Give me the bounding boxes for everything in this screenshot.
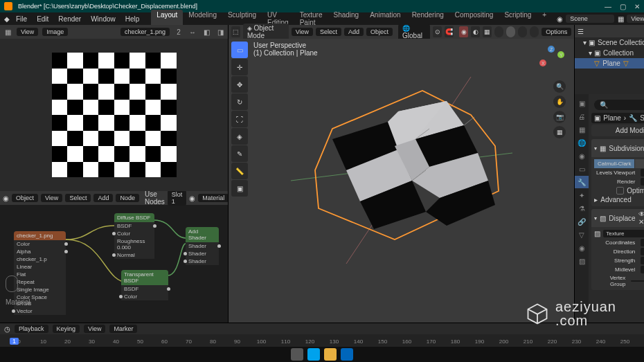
menu-render[interactable]: Render xyxy=(55,14,84,24)
prop-search[interactable]: 🔍 xyxy=(594,100,644,110)
tool-transform-icon[interactable]: ◈ xyxy=(231,128,248,145)
shading-rendered[interactable] xyxy=(530,26,539,37)
vp-orient[interactable]: 🌐 Global xyxy=(398,24,430,40)
proptab-constraint-icon[interactable]: 🔗 xyxy=(575,215,589,228)
taskbar-explorer-icon[interactable] xyxy=(324,348,337,361)
vp-select[interactable]: Select xyxy=(316,28,341,36)
menu-help[interactable]: Help xyxy=(122,14,143,24)
axis-y[interactable]: Y xyxy=(557,51,564,58)
displace-texture[interactable]: Texture xyxy=(603,230,644,237)
vp-gizmo-icon[interactable]: ◉ xyxy=(459,26,468,37)
node-mode[interactable]: Object xyxy=(12,194,38,202)
imgedit-view[interactable]: View xyxy=(17,28,38,36)
vp-object[interactable]: Object xyxy=(366,28,393,36)
tool-addcube-icon[interactable]: ▣ xyxy=(231,180,248,197)
nav-camera-icon[interactable]: 📷 xyxy=(553,111,566,123)
vp-overlay-icon[interactable]: ◐ xyxy=(471,26,480,37)
add-modifier-button[interactable]: Add Modifier xyxy=(591,125,644,136)
displace-vgroup[interactable] xyxy=(631,280,644,282)
outliner-plane[interactable]: ▽Plane▽👁 xyxy=(575,58,644,69)
displace-midlevel[interactable]: 0.500 xyxy=(641,266,644,273)
shading-solid[interactable] xyxy=(506,26,515,37)
menu-edit[interactable]: Edit xyxy=(33,14,52,24)
tool-select-icon[interactable]: ▭ xyxy=(231,42,248,58)
subdiv-simple[interactable]: Simple xyxy=(635,159,644,168)
subdiv-render-levels[interactable]: 3 xyxy=(641,178,644,185)
optimal-display-checkbox[interactable] xyxy=(616,187,624,194)
node-graph[interactable]: checker_1.png Color Alpha checker_1.p Li… xyxy=(0,205,228,309)
subdiv-catmull[interactable]: Catmull-Clark xyxy=(594,159,634,168)
tl-view[interactable]: View xyxy=(84,325,105,333)
tool-measure-icon[interactable]: 📏 xyxy=(231,163,248,179)
subdiv-advanced[interactable]: Advanced xyxy=(600,196,631,203)
proptab-object-icon[interactable]: ▭ xyxy=(575,163,589,175)
img-btn-3[interactable]: ◧ xyxy=(202,27,211,37)
node-node[interactable]: Node xyxy=(116,194,139,202)
tool-move-icon[interactable]: ✥ xyxy=(231,76,248,93)
tl-playback[interactable]: Playback xyxy=(15,325,48,333)
vp-snap-icon[interactable]: 🧲 xyxy=(445,26,454,37)
vp-pivot-icon[interactable]: ⊙ xyxy=(433,26,442,37)
nav-persp-icon[interactable]: ▦ xyxy=(553,126,566,138)
vp-xray-icon[interactable]: ▦ xyxy=(483,26,492,37)
outliner-type-icon[interactable]: ☰ xyxy=(578,28,584,35)
img-btn-2[interactable]: ↔ xyxy=(188,27,197,37)
proptab-material-icon[interactable]: ◉ xyxy=(575,242,589,254)
displace-coords[interactable]: Local xyxy=(641,239,644,246)
vp-view[interactable]: View xyxy=(292,28,313,36)
proptab-physics-icon[interactable]: ⚗ xyxy=(575,202,589,215)
proptab-particle-icon[interactable]: ✦ xyxy=(575,189,589,201)
orientation-gizmo[interactable]: X Y Z xyxy=(539,46,567,73)
taskbar-app-4[interactable] xyxy=(341,348,353,361)
outliner-scene-collection[interactable]: ▾ ▣Scene Collection xyxy=(575,37,644,48)
node-add-shader[interactable]: Add Shader Shader Shader Shader xyxy=(186,227,219,265)
img-btn-4[interactable]: ◨ xyxy=(215,27,225,37)
node-view[interactable]: View xyxy=(41,194,62,202)
shading-matprev[interactable] xyxy=(518,26,527,37)
node-diffuse-bsdf[interactable]: Diffuse BSDF BSDF Color Roughness 0.000 … xyxy=(114,213,154,259)
proptab-modifier-icon[interactable]: 🔧 xyxy=(575,176,589,188)
node-add[interactable]: Add xyxy=(93,194,113,202)
outliner-collection[interactable]: ▾ ▣Collection☑ 👁 xyxy=(575,48,644,58)
3d-view[interactable]: ▭ ✛ ✥ ↻ ⛶ ◈ ✎ 📏 ▣ User Perspective (1) C… xyxy=(229,39,574,323)
taskbar-app-1[interactable] xyxy=(291,348,303,361)
axis-z[interactable]: Z xyxy=(548,46,555,53)
proptab-render-icon[interactable]: ▣ xyxy=(575,97,589,109)
tool-rotate-icon[interactable]: ↻ xyxy=(231,93,248,110)
proptab-world-icon[interactable]: ◉ xyxy=(575,150,589,162)
shading-wireframe[interactable] xyxy=(494,26,503,37)
tl-marker[interactable]: Marker xyxy=(109,325,137,333)
node-transparent-bsdf[interactable]: Transparent BSDF BSDF Color xyxy=(121,270,168,300)
axis-x[interactable]: X xyxy=(539,60,546,66)
proptab-mesh-icon[interactable]: ▽ xyxy=(575,228,589,241)
tool-cursor-icon[interactable]: ✛ xyxy=(231,59,248,75)
image-view[interactable] xyxy=(0,39,228,191)
editor-type-icon[interactable]: ▦ xyxy=(3,27,12,37)
menu-window[interactable]: Window xyxy=(87,14,119,24)
node-select[interactable]: Select xyxy=(65,194,91,202)
timeline-track[interactable]: 1 01020304050607080901001101201301401501… xyxy=(0,334,644,348)
nav-zoom-icon[interactable]: 🔍 xyxy=(553,80,566,93)
proptab-texture-icon[interactable]: ▨ xyxy=(575,255,589,267)
vp-add[interactable]: Add xyxy=(344,28,364,36)
vp-mode-select[interactable]: ◈ Object Mode xyxy=(243,24,289,40)
tl-keying[interactable]: Keying xyxy=(53,325,80,333)
displace-direction[interactable]: Normal xyxy=(641,248,644,255)
tool-annotate-icon[interactable]: ✎ xyxy=(231,145,248,162)
scene-field[interactable]: Scene xyxy=(566,15,614,23)
proptab-viewlayer-icon[interactable]: ▦ xyxy=(575,123,589,136)
nav-pan-icon[interactable]: ✋ xyxy=(553,96,566,108)
imgedit-image-menu[interactable]: Image xyxy=(42,28,68,36)
close-button[interactable]: ✕ xyxy=(634,3,640,10)
timeline-icon[interactable]: ◷ xyxy=(4,325,10,333)
menu-file[interactable]: File xyxy=(12,14,30,24)
img-btn-1[interactable]: 2 xyxy=(174,27,184,37)
displace-strength[interactable]: 3.410 xyxy=(641,257,644,264)
proptab-scene-icon[interactable]: 🌐 xyxy=(575,136,589,149)
slot-field[interactable]: Slot 1 xyxy=(168,191,187,206)
taskbar-edge-icon[interactable] xyxy=(307,348,320,361)
minimize-button[interactable]: — xyxy=(605,3,611,10)
proptab-output-icon[interactable]: 🖨 xyxy=(575,110,589,123)
node-editor-type-icon[interactable]: ◉ xyxy=(3,194,9,202)
viewlayer-field[interactable]: View Layer xyxy=(627,15,644,23)
